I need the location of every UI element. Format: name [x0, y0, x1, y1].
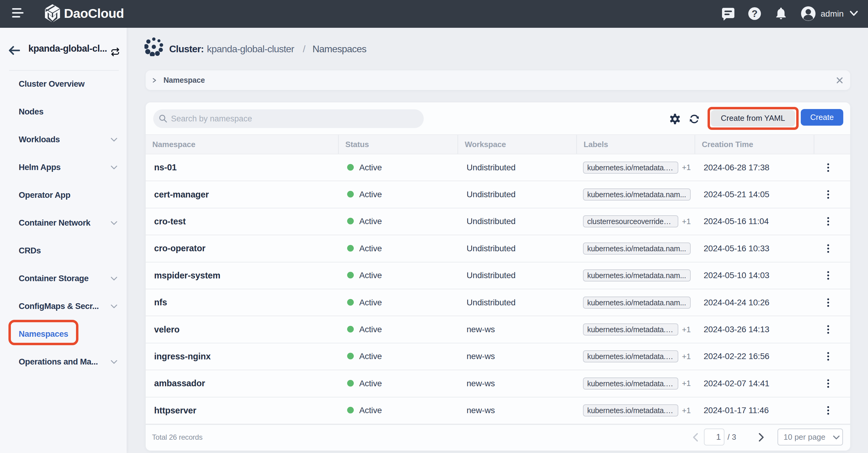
svg-text:?: ? — [752, 8, 757, 19]
